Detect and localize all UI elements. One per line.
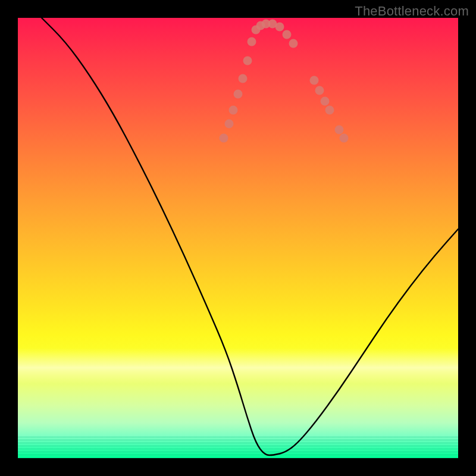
marker-dot (325, 106, 334, 115)
marker-dot (335, 126, 344, 134)
marker-dot (275, 23, 284, 32)
watermark-text: TheBottleneck.com (355, 4, 469, 19)
marker-dot (283, 30, 292, 39)
marker-dot (340, 134, 349, 143)
marker-dot (234, 90, 243, 99)
marker-dot (310, 76, 319, 85)
marker-dot (220, 134, 228, 143)
bottleneck-curve (42, 18, 458, 455)
plot-area (18, 18, 458, 458)
marker-dot (321, 97, 330, 106)
marker-dot (229, 106, 238, 115)
marker-dot (289, 39, 298, 48)
marker-dots-group (220, 20, 349, 143)
marker-dot (225, 120, 234, 129)
marker-dot (243, 57, 252, 65)
marker-dot (315, 86, 324, 95)
chart-frame: TheBottleneck.com (0, 0, 476, 476)
chart-svg (18, 18, 458, 458)
marker-dot (248, 37, 256, 46)
marker-dot (239, 74, 248, 83)
